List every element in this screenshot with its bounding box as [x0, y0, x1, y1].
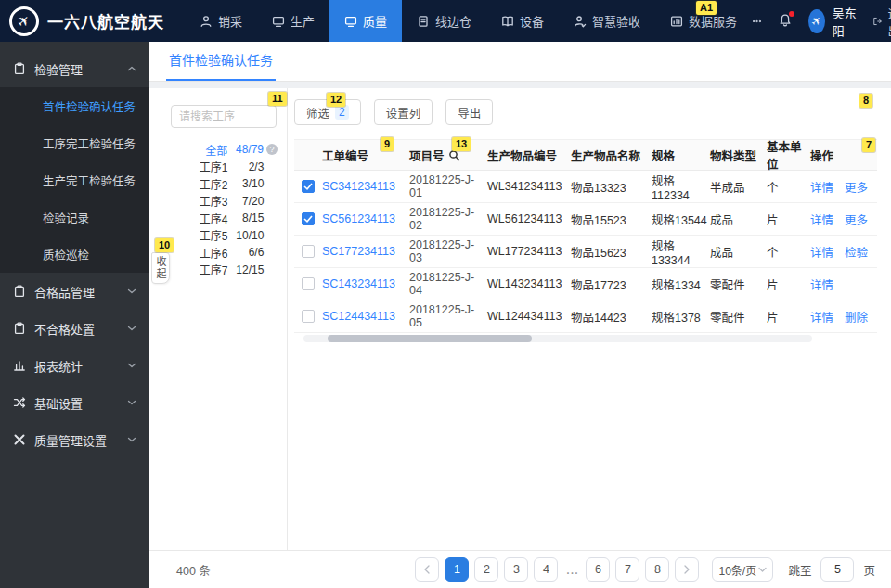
- export-button[interactable]: 导出: [446, 99, 493, 125]
- action-detail-link[interactable]: 详情: [810, 211, 833, 228]
- nav-item-label: 线边仓: [435, 12, 471, 30]
- prev-page-button[interactable]: [415, 557, 439, 582]
- action-detail-link[interactable]: 详情: [810, 243, 833, 261]
- avatar[interactable]: ✈: [808, 9, 825, 33]
- sidebar-item-first-article-task[interactable]: 首件检验确认任务: [0, 87, 148, 124]
- som-mark-8: 8: [859, 94, 872, 108]
- shuffle-icon: [13, 396, 26, 409]
- tools-icon: [13, 433, 26, 446]
- row-checkbox[interactable]: [302, 245, 315, 258]
- action-delete-link[interactable]: 删除: [845, 308, 868, 326]
- page-button-4[interactable]: 4: [534, 557, 558, 582]
- table-toolbar: 筛选 2 设置列 导出: [294, 99, 877, 125]
- process-filter-item[interactable]: 工序37/20: [148, 193, 287, 211]
- action-more-link[interactable]: 更多: [845, 178, 868, 196]
- row-checkbox[interactable]: [302, 277, 315, 290]
- nav-item-equipment[interactable]: 设备: [486, 0, 559, 42]
- sidebar-submenu: 首件检验确认任务 工序完工检验任务 生产完工检验任务 检验记录 质检巡检: [0, 87, 148, 273]
- table-row: SC561234113 20181225-J-02 WL561234113 物品…: [294, 203, 877, 236]
- order-link[interactable]: SC124434113: [322, 310, 409, 323]
- sidebar-group-label: 质量管理设置: [34, 431, 107, 449]
- page-button-7[interactable]: 7: [615, 557, 639, 582]
- sidebar-group-report-statistics[interactable]: 报表统计: [0, 347, 148, 384]
- page-button-1[interactable]: 1: [445, 557, 469, 582]
- order-link[interactable]: SC341234113: [322, 180, 409, 193]
- nav-item-lineside-warehouse[interactable]: 线边仓: [402, 0, 486, 42]
- som-mark-11: 11: [268, 92, 287, 106]
- app-window: ✈ 一六八航空航天 销采 生产 质量 线边仓 设备: [0, 0, 891, 588]
- nav-item-label: 智慧验收: [592, 12, 640, 30]
- username[interactable]: 吴东阳: [833, 4, 858, 39]
- nav-item-production[interactable]: 生产: [257, 0, 329, 42]
- monitor-icon: [272, 15, 285, 28]
- process-search-input[interactable]: [171, 105, 277, 128]
- som-mark-7: 7: [862, 138, 875, 152]
- data-table: 工单编号 项目号 生产物品编号 生产物品名称 规格 物料类型 基本单位 操作: [294, 139, 877, 342]
- sidebar-group-quality-management-settings[interactable]: 质量管理设置: [0, 421, 148, 458]
- monitor-icon: [344, 15, 357, 28]
- next-page-button[interactable]: [675, 557, 699, 582]
- action-more-link[interactable]: 更多: [845, 211, 868, 228]
- horizontal-scrollbar-thumb[interactable]: [328, 335, 532, 342]
- top-menu: 销采 生产 质量 线边仓 设备 智慧验收: [185, 0, 752, 42]
- nav-item-sales[interactable]: 销采: [185, 0, 257, 42]
- jump-page-input[interactable]: [820, 557, 854, 582]
- tab-bar: 首件检验确认任务: [148, 42, 891, 82]
- sidebar-group-qualified-products[interactable]: 合格品管理: [0, 273, 148, 310]
- sidebar-group-inspection-management[interactable]: 检验管理: [0, 50, 148, 87]
- tab-first-article-confirmation[interactable]: 首件检验确认任务: [166, 50, 276, 81]
- row-checkbox[interactable]: [302, 310, 315, 323]
- nav-item-smart-acceptance[interactable]: 智慧验收: [559, 0, 655, 42]
- process-filter-item[interactable]: 工序23/10: [148, 175, 287, 193]
- clipboard-icon: [13, 322, 26, 335]
- sidebar-group-basic-settings[interactable]: 基础设置: [0, 384, 148, 421]
- horizontal-scrollbar-track: [303, 335, 812, 342]
- table-row: SC124434113 20181225-J-05 WL124434113 物品…: [294, 300, 877, 333]
- order-link[interactable]: SC143234113: [322, 277, 409, 290]
- navbar-right: ✈ 吴东阳 退出: [752, 4, 891, 39]
- nav-item-quality[interactable]: 质量: [329, 0, 402, 42]
- nav-item-label: 质量: [363, 12, 387, 30]
- sidebar-item-process-completion-task[interactable]: 工序完工检验任务: [0, 124, 148, 161]
- process-filter-item[interactable]: 工序12/3: [148, 159, 287, 176]
- help-question-icon[interactable]: ?: [266, 144, 278, 155]
- page-size-select[interactable]: 10条/页: [712, 557, 773, 582]
- action-detail-link[interactable]: 详情: [810, 178, 833, 196]
- more-menu-icon[interactable]: [752, 15, 762, 28]
- clipboard-icon: [13, 62, 26, 75]
- action-inspect-link[interactable]: 检验: [845, 243, 868, 261]
- jump-to-label: 跳至: [788, 561, 811, 579]
- page-ellipsis: ...: [563, 561, 580, 578]
- page-button-8[interactable]: 8: [645, 557, 669, 582]
- sidebar-group-label: 合格品管理: [34, 283, 95, 300]
- order-link[interactable]: SC561234113: [322, 212, 409, 225]
- som-mark-9: 9: [381, 137, 394, 151]
- page-button-2[interactable]: 2: [474, 557, 498, 582]
- page-button-6[interactable]: 6: [586, 557, 610, 582]
- process-filter-panel: 全部 48/79 ? 工序12/3 工序23/10 工序37/20 工序48/1…: [148, 88, 288, 550]
- action-detail-link[interactable]: 详情: [810, 275, 833, 293]
- person-check-icon: [574, 15, 587, 28]
- bar-chart-icon: [13, 359, 26, 372]
- notifications-bell-icon[interactable]: [778, 13, 793, 29]
- column-settings-button[interactable]: 设置列: [374, 99, 433, 125]
- sidebar-item-quality-patrol[interactable]: 质检巡检: [0, 236, 148, 273]
- sidebar-item-inspection-records[interactable]: 检验记录: [0, 198, 148, 236]
- person-icon: [200, 15, 213, 28]
- page-button-3[interactable]: 3: [504, 557, 528, 582]
- sidebar-group-nonconforming-disposal[interactable]: 不合格处置: [0, 310, 148, 347]
- action-detail-link[interactable]: 详情: [810, 308, 833, 326]
- row-checkbox[interactable]: [302, 212, 315, 225]
- header-base-unit: 基本单位: [767, 137, 810, 173]
- chevron-up-icon: [127, 65, 136, 72]
- logout-button[interactable]: 退出: [872, 4, 891, 39]
- row-checkbox[interactable]: [302, 180, 315, 193]
- collapse-panel-handle[interactable]: 收起: [151, 252, 170, 284]
- process-filter-all[interactable]: 全部 48/79 ?: [148, 141, 287, 159]
- process-filter-item[interactable]: 工序48/15: [148, 210, 287, 227]
- order-link[interactable]: SC177234113: [322, 245, 409, 258]
- content-area: 首件检验确认任务 全部 48/79 ? 工序12/3 工序23/10 工序37/…: [148, 42, 891, 588]
- chevron-down-icon: [758, 567, 767, 573]
- sidebar-item-production-completion-task[interactable]: 生产完工检验任务: [0, 161, 148, 198]
- nav-item-label: 销采: [218, 12, 242, 30]
